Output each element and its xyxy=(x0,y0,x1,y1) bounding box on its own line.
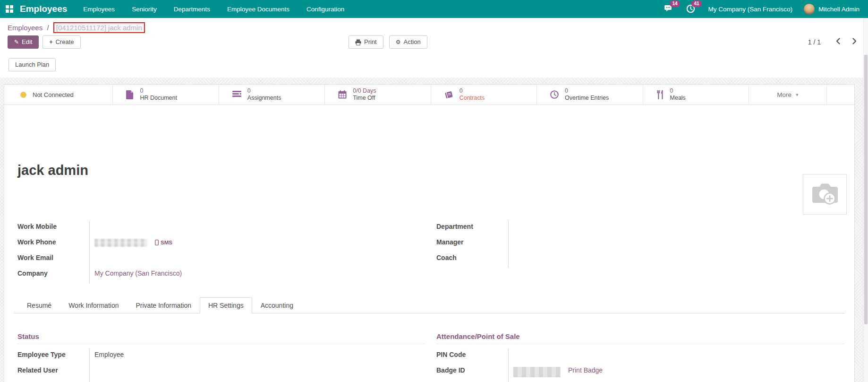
edit-button[interactable]: ✎ Edit xyxy=(8,35,39,49)
field-work-email: Work Email xyxy=(17,252,426,268)
tab-resume[interactable]: Resumé xyxy=(18,297,60,313)
stat-button-contracts[interactable]: 0 Contracts xyxy=(431,85,537,104)
form-sheet: Not Connected 0 HR Document xyxy=(4,84,855,382)
redacted-phone-value xyxy=(94,239,147,247)
field-related-user: Related User xyxy=(17,365,426,382)
apps-grid-icon[interactable] xyxy=(6,5,13,13)
user-menu[interactable]: Mitchell Admin xyxy=(804,4,859,15)
stat-row-spacer xyxy=(827,85,854,104)
control-panel: Employees / [041210511172] jack admin ✎ … xyxy=(0,18,868,76)
pager-previous-button[interactable] xyxy=(833,37,843,47)
messages-badge[interactable]: 14 xyxy=(670,0,680,7)
menu-employees[interactable]: Employees xyxy=(83,1,115,17)
scrollbar-thumb[interactable] xyxy=(864,55,868,324)
field-work-phone: Work Phone SMS xyxy=(17,236,426,252)
stat-more-dropdown[interactable]: More ▾ xyxy=(749,85,827,104)
launch-plan-button[interactable]: Launch Plan xyxy=(9,58,56,71)
field-value: Print Badge xyxy=(508,365,845,382)
main-menu: Employees Seniority Departments Employee… xyxy=(83,1,344,17)
gear-icon: ⚙ xyxy=(396,39,401,45)
field-work-mobile: Work Mobile xyxy=(17,221,426,236)
send-sms-link[interactable]: SMS xyxy=(155,240,172,245)
stat-label: Meals xyxy=(670,95,686,102)
menu-employee-documents[interactable]: Employee Documents xyxy=(227,1,289,17)
section-title-status: Status xyxy=(17,332,426,340)
employee-photo-upload[interactable] xyxy=(803,174,847,215)
stat-value: 0/0 Days xyxy=(353,87,376,95)
field-label: Company xyxy=(17,268,89,277)
field-value: SMS xyxy=(89,236,426,252)
actions-row: ✎ Edit + Create Print ⚙ Action xyxy=(8,35,860,51)
clock-icon xyxy=(550,90,559,99)
company-switcher[interactable]: My Company (San Francisco) xyxy=(708,6,792,13)
employee-info-fields: Work Mobile Work Phone SMS xyxy=(17,221,845,283)
stat-value: 0 xyxy=(140,87,177,95)
status-section: Status Employee Type Employee Related Us… xyxy=(17,332,426,382)
field-company: Company My Company (San Francisco) xyxy=(17,268,426,283)
stat-label: Time Off xyxy=(353,95,376,102)
breadcrumb-current-record: [041210511172] jack admin xyxy=(53,22,145,33)
section-divider xyxy=(17,344,426,344)
stat-value: 0 xyxy=(247,87,281,95)
messages-icon[interactable]: 14 xyxy=(664,4,675,14)
stat-button-hr-document[interactable]: 0 HR Document xyxy=(113,85,219,104)
stat-button-overtime[interactable]: 0 Overtime Entries xyxy=(537,85,643,104)
top-navbar: Employees Employees Seniority Department… xyxy=(0,0,868,18)
user-avatar xyxy=(804,4,815,15)
print-badge-link[interactable]: Print Badge xyxy=(568,366,603,374)
tab-accounting[interactable]: Accounting xyxy=(252,297,302,313)
company-link[interactable]: My Company (San Francisco) xyxy=(94,269,182,277)
mobile-phone-icon xyxy=(155,240,159,245)
pager-count: 1 / 1 xyxy=(808,38,821,46)
breadcrumb: Employees / [041210511172] jack admin xyxy=(8,24,860,32)
chevron-right-icon xyxy=(852,38,857,44)
info-group-right: Department Manager Coach xyxy=(436,221,845,283)
field-label: Badge ID xyxy=(436,365,508,374)
tab-work-information[interactable]: Work Information xyxy=(60,297,127,313)
activities-icon[interactable]: 41 xyxy=(686,4,697,14)
plus-icon: + xyxy=(49,39,52,45)
vertical-scrollbar[interactable] xyxy=(863,18,868,382)
activities-badge[interactable]: 41 xyxy=(691,0,701,7)
menu-seniority[interactable]: Seniority xyxy=(132,1,157,17)
breadcrumb-employees-link[interactable]: Employees xyxy=(8,24,43,32)
redacted-badge-value xyxy=(513,367,561,377)
menu-departments[interactable]: Departments xyxy=(174,1,210,17)
field-label: Work Email xyxy=(17,252,89,261)
field-badge-id: Badge ID Print Badge xyxy=(436,365,845,382)
field-label: Manager xyxy=(436,236,508,246)
field-label: Related User xyxy=(17,365,89,374)
create-button[interactable]: + Create xyxy=(43,35,80,49)
printer-icon xyxy=(355,39,361,45)
field-value xyxy=(508,236,845,252)
field-value: My Company (San Francisco) xyxy=(89,268,426,283)
section-title-attendance: Attendance/Point of Sale xyxy=(436,332,845,340)
presence-status-button[interactable]: Not Connected xyxy=(4,85,113,104)
breadcrumb-separator: / xyxy=(47,24,49,32)
stat-button-time-off[interactable]: 0/0 Days Time Off xyxy=(325,85,431,104)
pager-next-button[interactable] xyxy=(850,37,859,47)
stat-value: 0 xyxy=(460,87,485,95)
print-button[interactable]: Print xyxy=(349,35,383,49)
stat-value: 0 xyxy=(565,87,609,95)
field-coach: Coach xyxy=(436,252,845,268)
app-title[interactable]: Employees xyxy=(20,4,67,14)
form-background: Not Connected 0 HR Document xyxy=(0,78,868,382)
hr-settings-panel: Status Employee Type Employee Related Us… xyxy=(14,313,845,382)
stat-label: HR Document xyxy=(140,95,177,102)
stat-button-assignments[interactable]: 0 Assignments xyxy=(219,85,325,104)
action-button[interactable]: ⚙ Action xyxy=(389,35,427,49)
employee-name: jack admin xyxy=(17,163,845,178)
menu-configuration[interactable]: Configuration xyxy=(306,1,344,17)
utensils-icon xyxy=(656,90,664,99)
field-pin-code: PIN Code xyxy=(436,349,845,365)
chevron-down-icon: ▾ xyxy=(796,92,799,98)
field-label: Work Mobile xyxy=(17,221,89,230)
tab-private-information[interactable]: Private Information xyxy=(127,297,200,313)
stat-button-meals[interactable]: 0 Meals xyxy=(643,85,749,104)
field-manager: Manager xyxy=(436,236,845,252)
stat-label: Overtime Entries xyxy=(565,95,609,102)
user-name: Mitchell Admin xyxy=(818,6,859,13)
field-label: PIN Code xyxy=(436,349,508,358)
tab-hr-settings[interactable]: HR Settings xyxy=(200,297,252,313)
